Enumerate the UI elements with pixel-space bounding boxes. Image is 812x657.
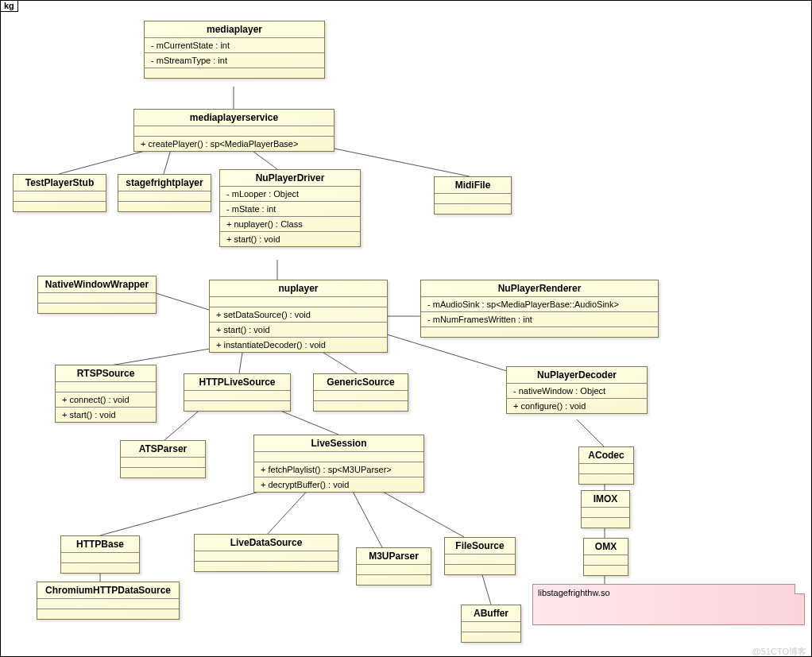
class-nuplayerdriver: NuPlayerDriver - mLooper : Object - mSta… (219, 169, 361, 247)
class-name: NativeWindowWrapper (38, 276, 156, 293)
class-omx: OMX (583, 538, 628, 576)
attr: - mCurrentState : int (145, 38, 324, 53)
class-imox: IMOX (581, 490, 630, 528)
class-filesource: FileSource (444, 537, 516, 575)
class-midifile: MidiFile (434, 176, 512, 214)
class-name: FileSource (445, 538, 515, 555)
class-name: LiveSession (254, 435, 423, 452)
op: + decryptBuffer() : void (254, 477, 423, 492)
class-testplayerstub: TestPlayerStub (13, 174, 106, 212)
op: + fetchPlaylist() : sp<M3UParser> (254, 462, 423, 477)
class-atsparser: ATSParser (120, 440, 206, 478)
class-nuplayerrenderer: NuPlayerRenderer - mAudioSink : sp<Media… (420, 280, 659, 338)
op: + configure() : void (507, 399, 647, 413)
class-mediaplayer: mediaplayer - mCurrentState : int - mStr… (144, 21, 325, 79)
class-name: IMOX (582, 491, 629, 508)
svg-line-11 (387, 334, 507, 371)
class-name: LiveDataSource (195, 535, 338, 551)
svg-line-6 (156, 293, 209, 310)
watermark: @51CTO博客 (752, 646, 806, 657)
svg-line-15 (266, 487, 311, 535)
note-text: libstagefrighthw.so (538, 588, 610, 597)
class-name: OMX (584, 539, 628, 555)
class-name: ABuffer (462, 605, 520, 622)
note-libstagefrighthw: libstagefrighthw.so (532, 584, 805, 625)
op: + start() : void (220, 232, 360, 246)
svg-line-14 (100, 487, 276, 535)
class-livesession: LiveSession + fetchPlaylist() : sp<M3UPa… (253, 435, 424, 493)
svg-line-16 (350, 487, 382, 547)
class-abuffer: ABuffer (461, 605, 521, 643)
op: + setDataSource() : void (210, 307, 387, 323)
attr: - mAudioSink : sp<MediaPlayerBase::Audio… (421, 297, 658, 312)
op: + start() : void (210, 323, 387, 338)
class-httplivesource: HTTPLiveSource (184, 373, 291, 412)
class-nativewindowwrapper: NativeWindowWrapper (37, 276, 157, 314)
op: + instantiateDecoder() : void (210, 338, 387, 352)
class-name: ATSParser (121, 441, 205, 458)
class-name: NuPlayerRenderer (421, 280, 658, 297)
attr: - mStreamType : int (145, 53, 324, 68)
class-nuplayerdecoder: NuPlayerDecoder - nativeWindow : Object … (506, 366, 648, 414)
op: + connect() : void (56, 392, 156, 408)
class-name: NuPlayerDecoder (507, 367, 647, 384)
op: + start() : void (56, 408, 156, 422)
class-name: HTTPBase (61, 536, 139, 553)
class-chromiumhttpdatasource: ChromiumHTTPDataSource (37, 582, 180, 620)
class-name: mediaplayer (145, 21, 324, 38)
class-acodec: ACodec (578, 446, 634, 485)
class-name: GenericSource (314, 374, 408, 391)
diagram-canvas: kg mediaplayer - mCurrentState : int - m… (0, 0, 812, 657)
class-stagefrightplayer: stagefrightplayer (118, 174, 211, 212)
class-name: nuplayer (210, 280, 387, 297)
attr: - mNumFramesWritten : int (421, 312, 658, 327)
class-name: mediaplayerservice (134, 110, 334, 126)
op: + nuplayer() : Class (220, 217, 360, 232)
class-name: stagefrightplayer (118, 175, 211, 191)
svg-line-8 (106, 347, 219, 366)
class-name: RTSPSource (56, 365, 156, 382)
class-name: TestPlayerStub (14, 175, 106, 191)
class-nuplayer: nuplayer + setDataSource() : void + star… (209, 280, 388, 353)
class-httpbase: HTTPBase (60, 535, 140, 574)
class-name: M3UParser (357, 548, 431, 565)
class-name: MidiFile (435, 177, 511, 194)
svg-line-17 (374, 487, 464, 537)
attr: - mLooper : Object (220, 187, 360, 202)
class-mediaplayerservice: mediaplayerservice + createPlayer() : sp… (133, 109, 334, 152)
svg-line-20 (577, 419, 605, 447)
attr: - nativeWindow : Object (507, 384, 647, 399)
class-name: NuPlayerDriver (220, 170, 360, 187)
class-livedatasource: LiveDataSource (194, 534, 338, 572)
op: + createPlayer() : sp<MediaPlayerBase> (134, 137, 334, 151)
class-genericsource: GenericSource (313, 373, 408, 412)
class-rtspsource: RTSPSource + connect() : void + start() … (55, 365, 157, 423)
class-name: ChromiumHTTPDataSource (37, 582, 179, 599)
class-name: HTTPLiveSource (184, 374, 290, 391)
package-label: kg (1, 1, 18, 12)
class-name: ACodec (579, 447, 633, 464)
attr: - mState : int (220, 202, 360, 217)
class-m3uparser: M3UParser (356, 547, 431, 586)
